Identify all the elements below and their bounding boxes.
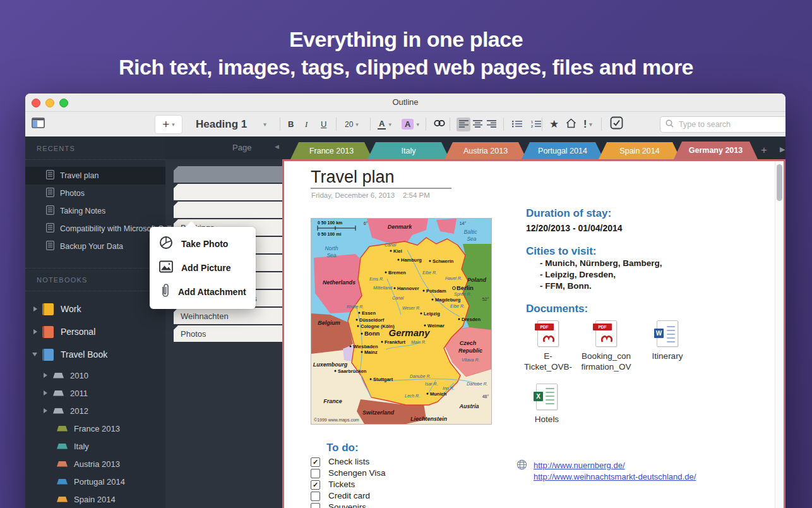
svg-text:52°: 52°	[482, 297, 489, 301]
bullet-list-button[interactable]	[510, 118, 524, 131]
checkbox-icon	[610, 116, 623, 132]
svg-text:Mainz: Mainz	[364, 349, 378, 355]
menu-item-add-attachment[interactable]: Add Attachment	[150, 280, 256, 304]
section-france-2013[interactable]: France 2013	[25, 420, 165, 437]
menu-item-add-picture[interactable]: Add Picture	[150, 256, 256, 280]
sidebar-item-backup[interactable]: Backup Your Data	[25, 238, 165, 255]
svg-text:Sea: Sea	[467, 236, 476, 242]
search-input[interactable]	[678, 119, 785, 130]
tab-germany-2013[interactable]: Germany 2013	[674, 142, 758, 159]
svg-text:Wiesbaden: Wiesbaden	[353, 344, 378, 349]
bold-button[interactable]: B	[288, 112, 294, 136]
section-portugal-2014[interactable]: Portugal 2014	[25, 473, 165, 490]
scrollbar-thumb[interactable]	[777, 164, 782, 201]
section-group-2012[interactable]: 2012	[25, 402, 165, 420]
important-tag-button[interactable]: ! ▾	[583, 112, 592, 136]
align-right-button[interactable]	[484, 118, 498, 131]
add-page-label[interactable]: Page	[232, 143, 251, 152]
svg-text:Leipzig: Leipzig	[424, 311, 440, 317]
page-row[interactable]	[174, 166, 282, 183]
svg-text:0 50 100 km: 0 50 100 km	[318, 221, 342, 225]
todo-checkbox[interactable]: ✓	[311, 492, 320, 501]
hero-line-2: Rich text, images, tags, clipped web pag…	[0, 53, 812, 81]
scroll-tabs-right-icon[interactable]: ▶	[780, 145, 785, 154]
notebook-personal[interactable]: Personal	[25, 321, 165, 342]
numbered-list-button[interactable]: 12	[529, 118, 543, 131]
section-group-2010[interactable]: 2010	[25, 366, 165, 384]
todo-checkbox-button[interactable]	[610, 112, 623, 136]
favorite-button[interactable]: ★	[549, 112, 559, 136]
chevron-right-icon[interactable]	[44, 390, 47, 396]
todo-checkbox[interactable]: ✓	[311, 503, 320, 508]
page-row[interactable]	[174, 184, 282, 200]
collapse-panel-icon[interactable]: ◀	[275, 143, 279, 150]
home-button[interactable]	[566, 112, 576, 136]
sidebar-item-compatibility[interactable]: Compatibility with Microsoft OneNote	[25, 220, 165, 238]
page-row-photos[interactable]: Photos	[174, 325, 282, 342]
align-center-button[interactable]	[470, 118, 484, 131]
hero-line-1: Everything in one place	[0, 25, 812, 53]
tab-spain-2014[interactable]: Spain 2014	[599, 142, 681, 159]
add-content-button[interactable]: +▾	[155, 115, 182, 134]
notebook-work[interactable]: Work	[25, 298, 165, 320]
todo-label: Credit card	[328, 491, 370, 500]
italic-button[interactable]: I	[305, 112, 307, 136]
tab-portugal-2014[interactable]: Portugal 2014	[522, 142, 604, 159]
svg-text:1: 1	[531, 120, 533, 124]
align-left-button[interactable]	[457, 118, 470, 131]
todo-checkbox[interactable]: ✓	[311, 480, 320, 490]
font-color-label: A	[378, 119, 386, 130]
attachment-word-itinerary[interactable]: W Itinerary	[633, 320, 702, 361]
chevron-down-icon[interactable]	[32, 353, 37, 356]
toggle-sidebar-button[interactable]	[32, 112, 45, 136]
svg-text:Danube R.: Danube R.	[467, 382, 488, 386]
paragraph-style-select[interactable]: Heading 1 ▾	[196, 112, 266, 136]
link-nuernberg[interactable]: http://www.nuernberg.de/	[534, 460, 696, 471]
font-color-button[interactable]: A ▾	[378, 112, 391, 136]
align-right-icon	[487, 119, 496, 130]
section-icon	[53, 408, 64, 414]
plus-label: +	[162, 118, 169, 131]
sidebar-item-travel-plan[interactable]: Travel plan	[25, 167, 165, 184]
section-icon	[57, 461, 68, 467]
notebook-travel-book[interactable]: Travel Book	[25, 344, 165, 365]
highlight-color-button[interactable]: A ▾	[402, 112, 419, 136]
sidebar-item-label: Travel plan	[60, 171, 99, 180]
chevron-right-icon[interactable]	[44, 373, 47, 378]
chevron-right-icon[interactable]	[33, 329, 37, 334]
pages-panel-header: Page ◀	[165, 136, 282, 159]
attachment-excel-hotels[interactable]: X Hotels	[512, 384, 582, 425]
tab-austria-2013[interactable]: Austria 2013	[445, 142, 527, 159]
font-size-select[interactable]: 20 ▾	[345, 112, 359, 136]
scrollbar[interactable]	[775, 161, 784, 508]
section-italy[interactable]: Italy	[25, 437, 165, 455]
todo-checkbox[interactable]: ✓	[311, 469, 320, 478]
todo-checkbox[interactable]: ✓	[311, 457, 320, 467]
svg-text:Elbe R.: Elbe R.	[422, 270, 437, 275]
tab-label: Spain 2014	[619, 147, 659, 155]
page-row[interactable]	[174, 202, 282, 218]
section-spain-2014[interactable]: Spain 2014	[25, 490, 165, 508]
page-title[interactable]: Travel plan	[311, 167, 395, 187]
section-group-2011[interactable]: 2011	[25, 384, 165, 402]
page-row-weihnachten[interactable]: Weihnachten	[174, 308, 282, 324]
section-austria-2013[interactable]: Austria 2013	[25, 455, 165, 473]
svg-text:Isar R.: Isar R.	[425, 382, 438, 386]
insert-link-button[interactable]	[433, 112, 446, 136]
svg-text:Republic: Republic	[458, 348, 482, 354]
page-label: Photos	[174, 329, 206, 339]
tab-italy[interactable]: Italy	[367, 142, 450, 159]
sidebar-item-photos[interactable]: Photos	[25, 184, 165, 202]
menu-item-take-photo[interactable]: Take Photo	[150, 232, 256, 256]
tab-france-2013[interactable]: France 2013	[290, 142, 373, 159]
underline-button[interactable]: U	[321, 112, 326, 136]
chevron-right-icon[interactable]	[44, 408, 47, 413]
search-box[interactable]	[660, 116, 785, 133]
section-label: France 2013	[74, 424, 120, 433]
link-weihnachtsmarkt[interactable]: http://www.weihnachtsmarkt-deutschland.d…	[534, 471, 696, 483]
sidebar-item-taking-notes[interactable]: Taking Notes	[25, 202, 165, 220]
note-page[interactable]: Travel plan Friday, December 6, 2013 2:5…	[282, 159, 785, 508]
add-section-button[interactable]: +	[761, 144, 767, 157]
attachment-pdf-booking[interactable]: PDF Booking_confirmation_OV	[571, 320, 641, 372]
chevron-right-icon[interactable]	[33, 306, 37, 311]
